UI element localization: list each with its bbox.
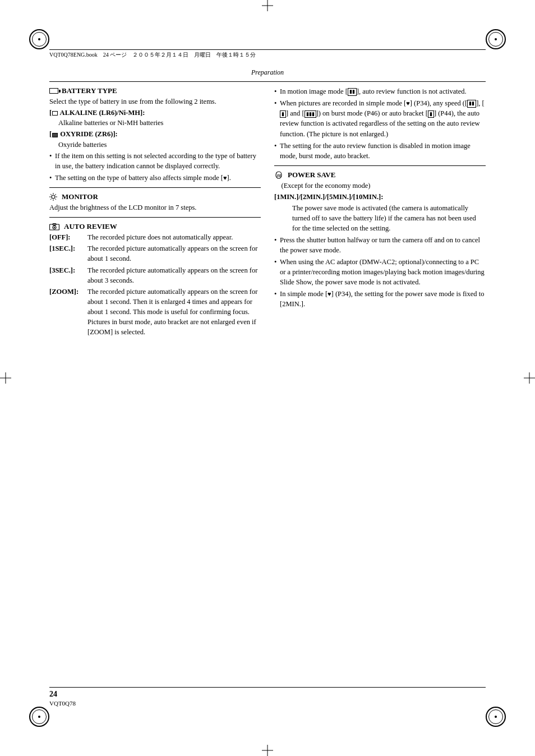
battery-note2: The setting on the type of battery also …	[49, 173, 261, 183]
ar-zoom-row: [ZOOM]: The recorded picture automatical…	[49, 287, 261, 338]
ps-note2: When using the AC adaptor (DMW-AC2; opti…	[274, 257, 486, 287]
footer: 24 VQT0Q78	[49, 687, 486, 707]
battery-section: BATTERY TYPE Select the type of battery …	[49, 86, 261, 183]
reg-mark-top-left	[29, 29, 49, 49]
svg-line-5	[50, 194, 52, 195]
powersave-section: zz POWER SAVE (Except for the economy mo…	[274, 170, 486, 310]
powersave-icon: zz	[274, 171, 283, 179]
svg-point-0	[52, 195, 55, 199]
top-rule	[49, 81, 486, 82]
battery-intro: Select the type of battery in use from t…	[49, 96, 261, 107]
monitor-title: MONITOR	[49, 192, 261, 201]
cross-mark-top	[262, 0, 273, 11]
battery-monitor-rule	[49, 187, 261, 188]
powersave-title: zz POWER SAVE	[274, 170, 486, 179]
ar-3sec-row: [3SEC.]: The recorded picture automatica…	[49, 265, 261, 285]
svg-text:zz: zz	[277, 173, 282, 178]
monitor-desc: Adjust the brightness of the LCD monitor…	[49, 202, 261, 213]
battery-item2-label: [ OXYRIDE (ZR6)]:	[49, 130, 118, 138]
reg-mark-top-right	[486, 29, 506, 49]
ar-zoom-term: [ZOOM]:	[49, 287, 87, 338]
sun-icon	[49, 193, 57, 201]
burst-icon-2: ▮	[280, 110, 286, 118]
ar-notes-section: In motion image mode [▮▮], auto review f…	[274, 86, 486, 161]
ar-1sec-row: [1SEC.]: The recorded picture automatica…	[49, 243, 261, 264]
battery-icon	[49, 88, 58, 94]
battery-note1: If the item on this setting is not selec…	[49, 151, 261, 171]
powersave-options-label: [1MIN.]/[2MIN.]/[5MIN.]/[10MIN.]:	[274, 193, 383, 201]
ar-off-row: [OFF]: The recorded picture does not aut…	[49, 232, 261, 242]
ar-1sec-term: [1SEC.]:	[49, 243, 87, 264]
battery-title: BATTERY TYPE	[49, 86, 261, 95]
monitor-section: MONITOR Adjust the brightness of the LCD…	[49, 192, 261, 213]
powersave-options: [1MIN.]/[2MIN.]/[5MIN.]/[10MIN.]:	[274, 192, 486, 202]
ps-note1: Press the shutter button halfway or turn…	[274, 235, 486, 255]
burst-icon-3: ▮▮▮	[305, 110, 316, 118]
right-column: In motion image mode [▮▮], auto review f…	[274, 86, 486, 339]
cross-mark-bottom	[262, 745, 273, 756]
footer-left: 24 VQT0Q78	[49, 690, 76, 707]
svg-line-6	[55, 199, 56, 200]
svg-line-7	[55, 194, 56, 195]
autoreview-title: AUTO REVIEW	[49, 222, 261, 231]
ar-note3: The setting for the auto review function…	[274, 141, 486, 161]
cross-mark-right	[524, 372, 535, 384]
powersave-options-desc: The power save mode is activated (the ca…	[292, 203, 486, 233]
battery-item1: [ ALKALINE (LR6)/Ni-MH]: Alkaline batter…	[49, 108, 261, 128]
ar-note2: When pictures are recorded in simple mod…	[274, 98, 486, 139]
ar-zoom-desc: The recorded picture automatically appea…	[87, 287, 261, 338]
cross-mark-left	[0, 372, 11, 384]
reg-mark-bottom-right	[486, 707, 506, 727]
autoreview-section: AUTO REVIEW [OFF]: The recorded picture …	[49, 222, 261, 337]
page-code: VQT0Q78	[49, 700, 76, 707]
reg-mark-bottom-left	[29, 707, 49, 727]
header-info: VQT0Q78ENG.book 24 ページ ２００５年２月１４日 月曜日 午後…	[49, 50, 486, 60]
header-bar: VQT0Q78ENG.book 24 ページ ２００５年２月１４日 月曜日 午後…	[49, 49, 486, 60]
two-column-layout: BATTERY TYPE Select the type of battery …	[49, 86, 486, 339]
svg-point-12	[54, 227, 55, 228]
battery-item1-desc: Alkaline batteries or Ni-MH batteries	[58, 119, 163, 127]
ar-3sec-term: [3SEC.]:	[49, 265, 87, 285]
ar-powersave-rule	[274, 165, 486, 166]
ar-3sec-desc: The recorded picture automatically appea…	[87, 265, 261, 285]
ps-note3: In simple mode [♥] (P34), the setting fo…	[274, 289, 486, 309]
battery-item2-desc: Oxyride batteries	[58, 141, 107, 149]
svg-line-8	[50, 199, 52, 200]
powersave-subtitle: (Except for the economy mode)	[274, 181, 486, 191]
monitor-autoreview-rule	[49, 217, 261, 218]
burst-icon-1: ▮▮	[467, 100, 476, 108]
ar-note1: In motion image mode [▮▮], auto review f…	[274, 86, 486, 96]
autoreview-icon	[49, 223, 59, 231]
battery-item1-label: [ ALKALINE (LR6)/Ni-MH]:	[49, 109, 145, 117]
page-number: 24	[49, 690, 76, 699]
ar-off-term: [OFF]:	[49, 232, 87, 242]
header-text: VQT0Q78ENG.book 24 ページ ２００５年２月１４日 月曜日 午後…	[49, 51, 256, 59]
content-area: Preparation BATTERY TYPE Select the type…	[49, 68, 486, 683]
ar-off-desc: The recorded picture does not automatica…	[87, 232, 261, 242]
motion-icon-1: ▮▮	[348, 88, 357, 96]
left-column: BATTERY TYPE Select the type of battery …	[49, 86, 261, 339]
battery-item2: [ OXYRIDE (ZR6)]: Oxyride batteries	[49, 129, 261, 149]
ar-1sec-desc: The recorded picture automatically appea…	[87, 243, 261, 264]
bracket-icon: ▮	[428, 110, 434, 118]
section-label: Preparation	[49, 68, 486, 77]
